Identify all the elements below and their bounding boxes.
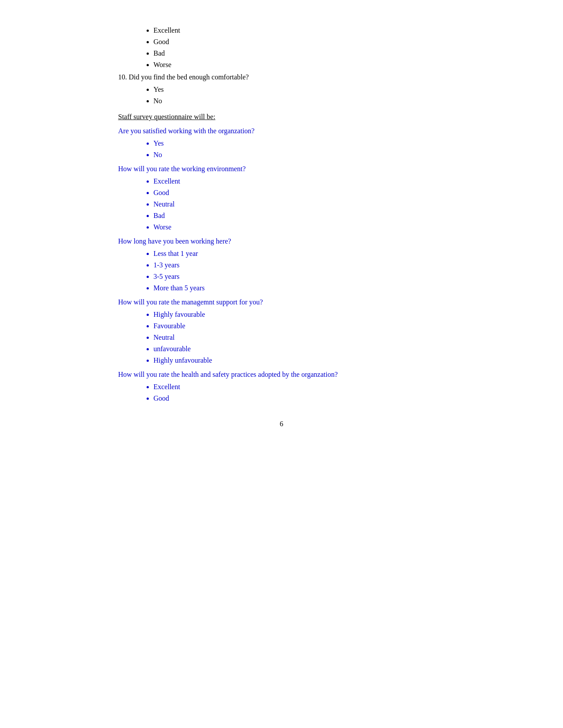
question-10-label: 10. Did you find the bed enough comforta… [118, 73, 445, 81]
list-item: Bad [154, 49, 445, 57]
question-10-options: Yes No [154, 86, 445, 105]
list-item: 1-3 years [154, 261, 445, 269]
list-item: Favourable [154, 322, 445, 330]
list-item: Good [154, 394, 445, 402]
list-item: Excellent [154, 177, 445, 185]
initial-bullet-list: Excellent Good Bad Worse [154, 26, 445, 69]
list-item: Good [154, 189, 445, 197]
list-item: unfavourable [154, 345, 445, 353]
q-working-env-label: How will you rate the working environmen… [118, 165, 445, 173]
q-management-options: Highly favourable Favourable Neutral unf… [154, 311, 445, 364]
q-management-label: How will you rate the managemnt support … [118, 298, 445, 306]
staff-survey-heading: Staff survey questionnaire will be: [118, 113, 445, 121]
list-item: Neutral [154, 334, 445, 341]
list-item: No [154, 151, 445, 159]
list-item: Highly favourable [154, 311, 445, 319]
list-item: Neutral [154, 200, 445, 208]
list-item: Bad [154, 212, 445, 220]
list-item: Good [154, 38, 445, 46]
list-item: No [154, 97, 445, 105]
q-health-safety-label: How will you rate the health and safety … [118, 371, 445, 379]
q-how-long-options: Less that 1 year 1-3 years 3-5 years Mor… [154, 250, 445, 292]
q-health-safety-options: Excellent Good [154, 383, 445, 402]
list-item: Yes [154, 86, 445, 94]
q-satisfied-label: Are you satisfied working with the organ… [118, 127, 445, 135]
q-satisfied-options: Yes No [154, 139, 445, 159]
page-content: Excellent Good Bad Worse 10. Did you fin… [83, 0, 480, 728]
list-item: Worse [154, 223, 445, 231]
list-item: Less that 1 year [154, 250, 445, 258]
list-item: Highly unfavourable [154, 356, 445, 364]
list-item: Yes [154, 139, 445, 147]
list-item: Excellent [154, 26, 445, 34]
q-working-env-options: Excellent Good Neutral Bad Worse [154, 177, 445, 231]
list-item: Excellent [154, 383, 445, 391]
list-item: Worse [154, 61, 445, 69]
list-item: More than 5 years [154, 284, 445, 292]
q-how-long-label: How long have you been working here? [118, 237, 445, 245]
list-item: 3-5 years [154, 273, 445, 281]
page-number: 6 [118, 420, 445, 428]
